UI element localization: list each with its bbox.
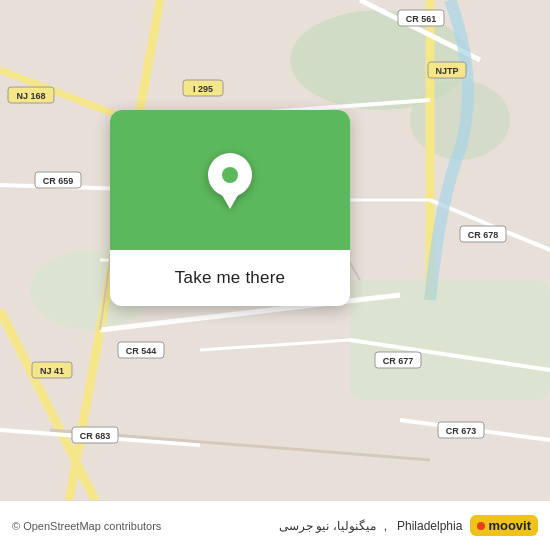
city-arabic-label: ميگنوليا، نيو جرسى [279, 519, 376, 533]
osm-attribution: © OpenStreetMap contributors [12, 520, 161, 532]
city-separator: , [384, 519, 387, 533]
svg-text:NJ 41: NJ 41 [40, 366, 64, 376]
pin-tail [222, 195, 238, 209]
callout-map-area [110, 110, 350, 250]
moovit-dot-icon [477, 522, 485, 530]
svg-text:CR 683: CR 683 [80, 431, 111, 441]
take-me-there-button[interactable]: Take me there [167, 264, 293, 292]
svg-text:CR 677: CR 677 [383, 356, 414, 366]
callout-bubble: Take me there [110, 110, 350, 306]
footer-bar: © OpenStreetMap contributors ميگنوليا، ن… [0, 500, 550, 550]
svg-text:I 295: I 295 [193, 84, 213, 94]
map-container: CR 561 NJTP NJ 168 I 295 CR 659 CR 678 C… [0, 0, 550, 550]
svg-text:CR 659: CR 659 [43, 176, 74, 186]
svg-text:NJTP: NJTP [435, 66, 458, 76]
svg-text:CR 673: CR 673 [446, 426, 477, 436]
svg-text:NJ 168: NJ 168 [16, 91, 45, 101]
footer-right: ميگنوليا، نيو جرسى , Philadelphia moovit [279, 515, 538, 536]
pin-circle [208, 153, 252, 197]
svg-text:CR 678: CR 678 [468, 230, 499, 240]
moovit-logo: moovit [470, 515, 538, 536]
location-pin-icon [208, 153, 252, 207]
callout-button-area: Take me there [110, 250, 350, 306]
svg-text:CR 561: CR 561 [406, 14, 437, 24]
footer-left: © OpenStreetMap contributors [12, 520, 161, 532]
city-english-label: Philadelphia [397, 519, 462, 533]
moovit-label: moovit [488, 518, 531, 533]
pin-dot [222, 167, 238, 183]
svg-text:CR 544: CR 544 [126, 346, 157, 356]
